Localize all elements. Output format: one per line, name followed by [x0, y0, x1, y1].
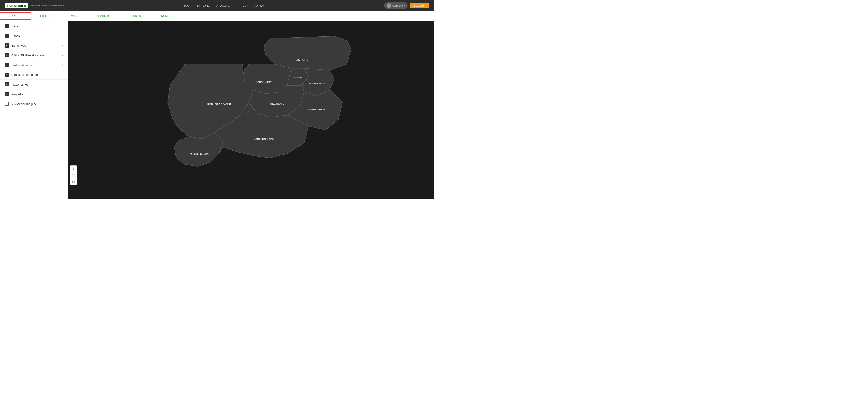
- checkbox-roads[interactable]: [4, 34, 8, 38]
- zoom-reset-button[interactable]: ◎: [70, 172, 76, 178]
- logout-button[interactable]: LOGOUT: [410, 3, 430, 8]
- layer-item-properties[interactable]: Properties: [0, 89, 68, 99]
- header-nav: ABOUT EXPLORE UPLOAD DATA HELP CONTACT: [182, 4, 267, 7]
- chevron-biome-icon: ▾: [62, 44, 63, 47]
- tab-reports[interactable]: REPORTS: [87, 11, 119, 21]
- checkbox-critical-biodiversity[interactable]: [4, 53, 8, 57]
- layer-label-properties: Properties: [11, 92, 63, 96]
- main-content: Rivers Roads Biome type ▾ Critical Biodi…: [0, 21, 434, 198]
- chevron-critical-icon: ▾: [62, 54, 63, 57]
- logo-icons: [18, 4, 26, 7]
- label-north-west: NORTH WEST: [256, 81, 272, 84]
- tab-map[interactable]: MAP: [62, 11, 87, 21]
- layer-label-roads: Roads: [11, 34, 63, 37]
- checkbox-place-names[interactable]: [4, 82, 8, 86]
- label-kwazulu-natal: KWAZULU-NATAL: [308, 108, 326, 110]
- logo-subtitle: South African National Biodiversity Inst…: [30, 5, 64, 7]
- logo-icon-1: [18, 4, 21, 7]
- checkbox-cadastral[interactable]: [4, 73, 8, 77]
- nav-upload-data[interactable]: UPLOAD DATA: [216, 4, 235, 7]
- label-gauteng: GAUTENG: [292, 76, 302, 78]
- avatar: [386, 3, 391, 8]
- checkbox-ngi-imagery[interactable]: [4, 102, 8, 106]
- map-area[interactable]: LIMPOPO NORTH WEST GAUTENG MPUMALANGA FR…: [68, 21, 434, 198]
- checkbox-rivers[interactable]: [4, 24, 8, 28]
- logo-icon-3: [24, 4, 26, 7]
- layer-item-protected-areas[interactable]: Protected areas ▾: [0, 60, 68, 70]
- layer-item-roads[interactable]: Roads: [0, 31, 68, 41]
- zoom-print-button[interactable]: ⎙: [70, 178, 76, 185]
- chevron-down-icon: ▾: [404, 4, 405, 7]
- tab-charts[interactable]: CHARTS: [119, 11, 150, 21]
- zoom-controls: + ◎ ⎙: [70, 166, 77, 185]
- logo-box: SANBI: [4, 3, 28, 8]
- label-eastern-cape: EASTERN CAPE: [254, 138, 274, 140]
- label-limpopo: LIMPOPO: [296, 58, 309, 62]
- label-mpumalanga: MPUMALANGA: [309, 82, 325, 85]
- nav-explore[interactable]: EXPLORE: [197, 4, 210, 7]
- tab-filters[interactable]: FILTERS: [31, 11, 62, 21]
- header: SANBI South African National Biodiversit…: [0, 0, 434, 11]
- layer-item-place-names[interactable]: Place names: [0, 80, 68, 89]
- label-northern-cape: NORTHERN CAPE: [207, 102, 231, 105]
- tab-bar: LAYERS FILTERS MAP REPORTS CHARTS TRENDS: [0, 11, 434, 21]
- logo-icon-2: [21, 4, 23, 7]
- layer-item-ngi-imagery[interactable]: NGI Aerial Imagery: [0, 99, 68, 109]
- layer-label-critical-biodiversity: Critical Biodiversity areas: [11, 54, 59, 57]
- nav-help[interactable]: HELP: [241, 4, 248, 7]
- layer-item-rivers[interactable]: Rivers: [0, 21, 68, 31]
- user-name: Username: [393, 4, 403, 7]
- layer-item-biome-type[interactable]: Biome type ▾: [0, 41, 68, 51]
- layer-label-cadastral: Cadastral boundaries: [11, 73, 63, 77]
- header-right: Username ▾ LOGOUT: [384, 2, 430, 9]
- map-svg: LIMPOPO NORTH WEST GAUTENG MPUMALANGA FR…: [68, 21, 434, 198]
- user-pill[interactable]: Username ▾: [384, 2, 408, 9]
- chevron-protected-icon: ▾: [62, 63, 63, 66]
- logo-text: SANBI: [6, 4, 18, 7]
- layer-label-protected-areas: Protected areas: [11, 63, 59, 67]
- zoom-in-button[interactable]: +: [70, 166, 76, 172]
- label-free-state: FREE STATE: [269, 102, 284, 105]
- layer-label-ngi-imagery: NGI Aerial Imagery: [11, 102, 63, 106]
- nav-about[interactable]: ABOUT: [182, 4, 191, 7]
- checkbox-protected-areas[interactable]: [4, 63, 8, 67]
- layer-label-biome-type: Biome type: [11, 44, 59, 47]
- layer-label-rivers: Rivers: [11, 24, 63, 28]
- layer-item-cadastral[interactable]: Cadastral boundaries: [0, 70, 68, 80]
- label-western-cape: WESTERN CAPE: [190, 153, 209, 155]
- checkbox-properties[interactable]: [4, 92, 8, 96]
- sidebar: Rivers Roads Biome type ▾ Critical Biodi…: [0, 21, 68, 198]
- tab-trends[interactable]: TRENDS: [150, 11, 181, 21]
- layer-item-critical-biodiversity[interactable]: Critical Biodiversity areas ▾: [0, 51, 68, 60]
- nav-contact[interactable]: CONTACT: [254, 4, 267, 7]
- layer-label-place-names: Place names: [11, 83, 63, 86]
- tab-layers[interactable]: LAYERS: [0, 12, 31, 20]
- logo: SANBI South African National Biodiversit…: [4, 3, 64, 8]
- checkbox-biome-type[interactable]: [4, 44, 8, 48]
